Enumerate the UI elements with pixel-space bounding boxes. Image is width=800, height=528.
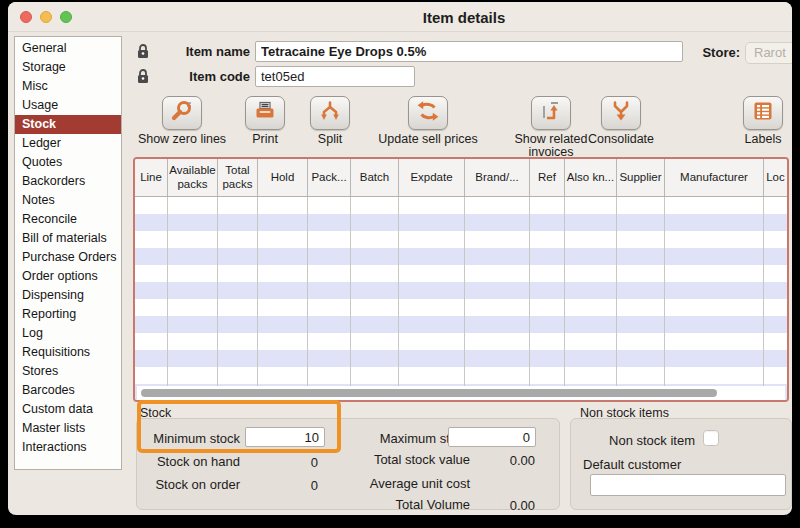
- sidebar-item-ledger[interactable]: Ledger: [15, 134, 121, 153]
- table-cell: [218, 214, 258, 231]
- table-row[interactable]: [135, 299, 787, 316]
- table-cell: [665, 333, 764, 350]
- print-button[interactable]: [245, 96, 285, 130]
- column-header-manufacturer[interactable]: Manufacturer: [665, 159, 764, 196]
- table-cell: [617, 265, 665, 282]
- table-cell: [308, 248, 351, 265]
- table-cell: [168, 248, 218, 265]
- sidebar-item-bill-of-materials[interactable]: Bill of materials: [15, 229, 121, 248]
- table-cell: [351, 350, 399, 367]
- item-name-input[interactable]: [255, 41, 683, 62]
- average-unit-cost-label: Average unit cost: [338, 477, 470, 491]
- maximum-stock-input[interactable]: [448, 427, 536, 447]
- sidebar-item-reconcile[interactable]: Reconcile: [15, 210, 121, 229]
- column-header-pack[interactable]: Pack...: [308, 159, 351, 196]
- table-cell: [351, 316, 399, 333]
- table-cell: [218, 265, 258, 282]
- table-row[interactable]: [135, 265, 787, 282]
- sidebar-item-purchase-orders[interactable]: Purchase Orders: [15, 248, 121, 267]
- table-row[interactable]: [135, 282, 787, 299]
- sidebar-item-order-options[interactable]: Order options: [15, 267, 121, 286]
- column-header-also-known[interactable]: Also kn...: [565, 159, 617, 196]
- sidebar-item-quotes[interactable]: Quotes: [15, 153, 121, 172]
- update-sell-prices-button[interactable]: [408, 96, 448, 130]
- lock-item-name-icon[interactable]: [136, 43, 150, 59]
- table-row[interactable]: [135, 316, 787, 333]
- sidebar-item-misc[interactable]: Misc: [15, 77, 121, 96]
- show-related-invoices-button[interactable]: [531, 96, 571, 130]
- sidebar-item-interactions[interactable]: Interactions: [15, 438, 121, 457]
- sidebar-item-usage[interactable]: Usage: [15, 96, 121, 115]
- sidebar-item-dispensing[interactable]: Dispensing: [15, 286, 121, 305]
- table-cell: [665, 367, 764, 384]
- column-header-ref[interactable]: Ref: [530, 159, 565, 196]
- minimize-button[interactable]: [40, 11, 52, 23]
- table-row[interactable]: [135, 367, 787, 384]
- column-header-hold[interactable]: Hold: [258, 159, 308, 196]
- column-header-available-packs[interactable]: Available packs: [168, 159, 218, 196]
- table-cell: [258, 350, 308, 367]
- table-cell: [135, 282, 168, 299]
- sidebar-item-backorders[interactable]: Backorders: [15, 172, 121, 191]
- column-header-batch[interactable]: Batch: [351, 159, 399, 196]
- sidebar-item-notes[interactable]: Notes: [15, 191, 121, 210]
- table-row[interactable]: [135, 248, 787, 265]
- sidebar-item-requisitions[interactable]: Requisitions: [15, 343, 121, 362]
- table-cell: [764, 333, 787, 350]
- consolidate-label: Consolidate: [588, 133, 654, 146]
- show-zero-lines-button[interactable]: [162, 96, 202, 130]
- table-cell: [218, 248, 258, 265]
- sidebar-item-barcodes[interactable]: Barcodes: [15, 381, 121, 400]
- table-row[interactable]: [135, 333, 787, 350]
- table-cell: [135, 350, 168, 367]
- non-stock-item-checkbox[interactable]: [703, 430, 719, 446]
- horizontal-scrollbar[interactable]: [137, 386, 785, 400]
- table-cell: [308, 197, 351, 214]
- table-cell: [168, 197, 218, 214]
- table-cell: [465, 231, 530, 248]
- sidebar-item-storage[interactable]: Storage: [15, 58, 121, 77]
- sidebar-item-stock[interactable]: Stock: [15, 115, 121, 134]
- sidebar-item-stores[interactable]: Stores: [15, 362, 121, 381]
- sidebar-item-custom-data[interactable]: Custom data: [15, 400, 121, 419]
- table-cell: [565, 265, 617, 282]
- close-button[interactable]: [20, 11, 32, 23]
- table-cell: [465, 299, 530, 316]
- column-header-location[interactable]: Loc: [764, 159, 787, 196]
- table-row[interactable]: [135, 197, 787, 214]
- table-cell: [617, 214, 665, 231]
- zoom-button[interactable]: [60, 11, 72, 23]
- lock-item-code-icon[interactable]: [136, 68, 150, 84]
- table-cell: [351, 265, 399, 282]
- scrollbar-thumb[interactable]: [141, 389, 717, 397]
- sidebar-item-master-lists[interactable]: Master lists: [15, 419, 121, 438]
- sidebar-item-general[interactable]: General: [15, 39, 121, 58]
- column-header-supplier[interactable]: Supplier: [617, 159, 665, 196]
- store-select[interactable]: Rarot: [745, 42, 792, 64]
- table-cell: [764, 231, 787, 248]
- table-cell: [399, 282, 465, 299]
- table-cell: [530, 248, 565, 265]
- labels-button[interactable]: [743, 96, 783, 130]
- column-header-expdate[interactable]: Expdate: [399, 159, 465, 196]
- table-row[interactable]: [135, 231, 787, 248]
- related-invoices-icon: [538, 100, 564, 126]
- non-stock-item-label: Non stock item: [595, 434, 695, 448]
- split-button[interactable]: [310, 96, 350, 130]
- table-row[interactable]: [135, 350, 787, 367]
- consolidate-button[interactable]: [601, 96, 641, 130]
- table-cell: [351, 282, 399, 299]
- sidebar-item-log[interactable]: Log: [15, 324, 121, 343]
- column-header-line[interactable]: Line: [135, 159, 168, 196]
- table-cell: [565, 350, 617, 367]
- column-header-total-packs[interactable]: Total packs: [218, 159, 258, 196]
- column-header-brand[interactable]: Brand/...: [465, 159, 530, 196]
- minimum-stock-input[interactable]: [245, 427, 325, 447]
- table-row[interactable]: [135, 214, 787, 231]
- sidebar-item-reporting[interactable]: Reporting: [15, 305, 121, 324]
- table-cell: [565, 231, 617, 248]
- table-cell: [617, 350, 665, 367]
- table-cell: [258, 316, 308, 333]
- item-code-input[interactable]: [255, 66, 415, 87]
- default-customer-input[interactable]: [590, 474, 786, 496]
